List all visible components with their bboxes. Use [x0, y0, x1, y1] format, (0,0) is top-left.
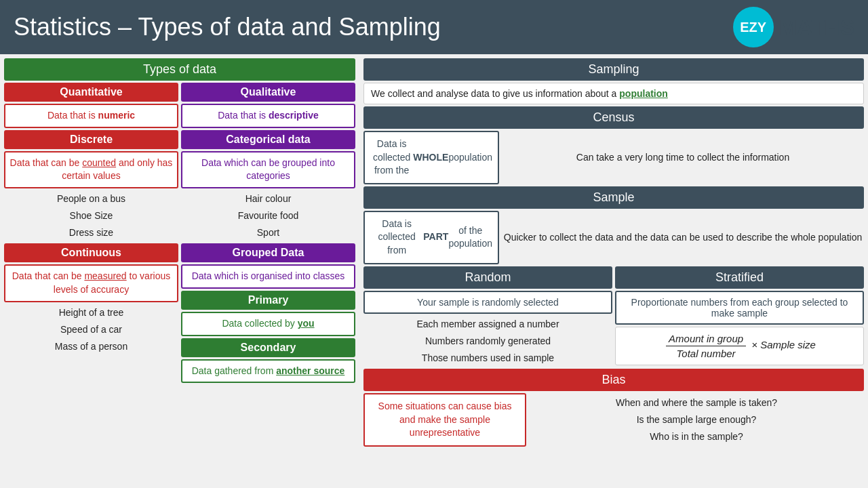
page-title: Statistics – Types of data and Sampling [14, 13, 441, 41]
discrete-def: Data that can be counted and only has ce… [4, 151, 178, 188]
bias-row: Some situations can cause bias and make … [363, 393, 864, 447]
primary-def: Data collected by you [181, 312, 355, 336]
list-item: Is the sample large enough? [637, 411, 757, 428]
bias-desc: When and where the sample is taken? Is t… [529, 393, 864, 447]
random-strat-section: Random Your sample is randomly selected … [363, 266, 864, 367]
categorical-header: Categorical data [181, 130, 355, 149]
discrete-examples: People on a bus Shoe Size Dress size [4, 190, 178, 242]
formula-numerator: Amount in group [666, 333, 746, 346]
stratified-header: Stratified [615, 266, 864, 289]
census-header: Census [363, 106, 864, 129]
quant-qual-row: Quantitative Data that is numeric Discre… [4, 83, 355, 383]
sample-header: Sample [363, 186, 864, 209]
census-row: Data is collected from the WHOLE populat… [363, 131, 864, 184]
bias-box: Some situations can cause bias and make … [363, 393, 526, 447]
census-box: Data is collected from the WHOLE populat… [363, 131, 499, 184]
quantitative-col: Quantitative Data that is numeric Discre… [4, 83, 178, 383]
random-items: Each member assigned a number Numbers ra… [363, 316, 612, 367]
sampling-intro-text: We collect and analyse data to give us i… [371, 88, 668, 99]
right-panel: Sampling We collect and analyse data to … [359, 54, 868, 488]
logo-area: EZY MATHS [733, 7, 854, 47]
bias-header: Bias [363, 369, 864, 391]
list-item: Numbers randomly generated [363, 333, 612, 350]
primary-header: Primary [181, 291, 355, 310]
qualitative-def: Data that is descriptive [181, 104, 355, 128]
qualitative-header: Qualitative [181, 83, 355, 102]
types-of-data-header: Types of data [4, 58, 355, 81]
secondary-def: Data gathered from another source [181, 359, 355, 384]
logo-icon: EZY [733, 7, 774, 47]
list-item: People on a bus [4, 190, 178, 207]
list-item: Sport [181, 224, 355, 241]
stratified-box: Proportionate numbers from each group se… [615, 291, 864, 325]
quantitative-header: Quantitative [4, 83, 178, 102]
secondary-header: Secondary [181, 338, 355, 357]
logo-suffix: MATHS [779, 15, 854, 40]
formula-box: Amount in group Total number × Sample si… [615, 327, 864, 365]
random-col: Random Your sample is randomly selected … [363, 266, 612, 367]
categorical-def: Data which can be grouped into categorie… [181, 151, 355, 188]
sample-box: Data is collected from PART of the popul… [363, 211, 499, 264]
sample-row: Data is collected from PART of the popul… [363, 211, 864, 264]
list-item: Those numbers used in sample [363, 350, 612, 367]
grouped-def: Data which is organised into classes [181, 264, 355, 289]
formula-multiply: × Sample size [751, 339, 816, 350]
list-item: Mass of a person [4, 338, 178, 355]
continuous-examples: Height of a tree Speed of a car Mass of … [4, 304, 178, 356]
categorical-examples: Hair colour Favourite food Sport [181, 190, 355, 242]
continuous-header: Continuous [4, 243, 178, 262]
main-content: Types of data Quantitative Data that is … [0, 54, 868, 488]
sampling-intro: We collect and analyse data to give us i… [363, 83, 864, 104]
list-item: Dress size [4, 224, 178, 241]
random-header: Random [363, 266, 612, 289]
left-panel: Types of data Quantitative Data that is … [0, 54, 359, 488]
page-header: Statistics – Types of data and Sampling … [0, 0, 868, 54]
qualitative-col: Qualitative Data that is descriptive Cat… [181, 83, 355, 383]
list-item: Favourite food [181, 207, 355, 224]
grouped-header: Grouped Data [181, 243, 355, 262]
sample-desc: Quicker to collect the data and the data… [502, 211, 864, 264]
list-item: Who is in the sample? [650, 428, 743, 445]
list-item: Each member assigned a number [363, 316, 612, 333]
list-item: Shoe Size [4, 207, 178, 224]
formula-denominator: Total number [674, 346, 738, 359]
stratified-col: Stratified Proportionate numbers from ea… [615, 266, 864, 367]
quantitative-def: Data that is numeric [4, 104, 178, 128]
list-item: Speed of a car [4, 321, 178, 338]
continuous-def: Data that can be measured to various lev… [4, 264, 178, 302]
discrete-header: Discrete [4, 130, 178, 149]
random-box: Your sample is randomly selected [363, 291, 612, 314]
sampling-header: Sampling [363, 58, 864, 81]
population-link: population [619, 88, 668, 99]
list-item: When and where the sample is taken? [616, 394, 777, 411]
formula-fraction: Amount in group Total number [666, 333, 746, 359]
list-item: Hair colour [181, 190, 355, 207]
census-desc: Can take a very long time to collect the… [502, 131, 864, 184]
list-item: Height of a tree [4, 304, 178, 321]
